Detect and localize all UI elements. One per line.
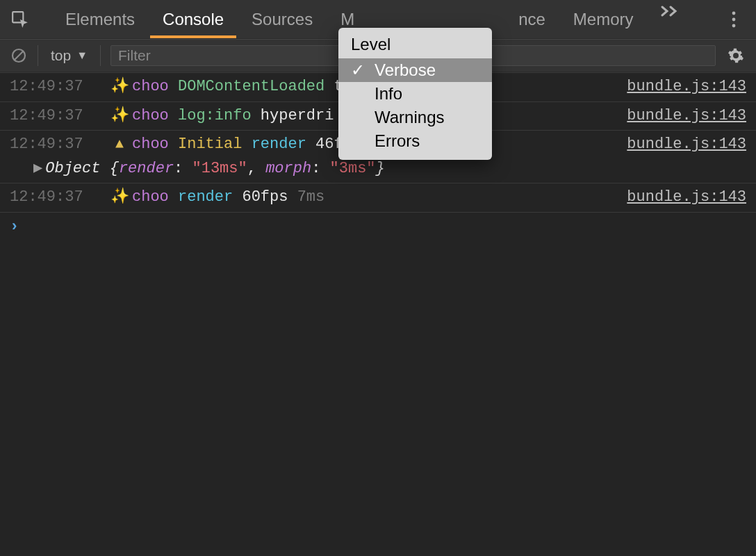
svg-point-1 [732,11,736,15]
sparkles-icon: ✨ [107,188,132,208]
menu-item-label: Errors [375,131,420,151]
tab-obscured-right[interactable]: nce [518,0,559,38]
check-icon: ✓ [351,60,365,80]
menu-item-verbose[interactable]: ✓ Verbose [338,58,492,82]
svg-point-2 [732,17,736,21]
source-link[interactable]: bundle.js:143 [613,135,746,155]
console-prompt[interactable]: › [0,212,756,241]
tab-sources[interactable]: Sources [238,0,327,38]
log-timestamp: 12:49:37 [10,77,107,97]
log-message: choo render 60fps 7ms [132,188,324,208]
menu-item-label: Info [375,84,402,104]
warning-icon: ▲ [107,135,132,155]
disclosure-triangle-icon[interactable]: ▶ [33,160,42,177]
log-timestamp: 12:49:37 [10,135,107,155]
menu-title: Level [338,32,492,58]
log-timestamp: 12:49:37 [10,188,107,208]
menu-item-info[interactable]: Info [338,82,492,106]
menu-item-warnings[interactable]: Warnings [338,106,492,129]
object-preview[interactable]: ▶Object {render: "13ms", morph: "3ms"} [0,159,756,183]
source-link[interactable]: bundle.js:143 [613,106,746,126]
chevron-down-icon: ▼ [76,49,88,62]
toolbar-separator [38,45,38,66]
menu-item-label: Warnings [375,108,444,127]
sparkles-icon: ✨ [107,77,132,97]
clear-console-icon[interactable] [10,47,28,65]
tab-memory[interactable]: Memory [559,0,648,38]
select-element-icon[interactable] [8,8,32,31]
log-message: choo DOMContentLoaded tive [132,77,370,97]
sparkles-icon: ✨ [107,106,132,126]
source-link[interactable]: bundle.js:143 [613,188,746,208]
log-timestamp: 12:49:37 [10,106,107,126]
source-link[interactable]: bundle.js:143 [613,77,746,97]
console-settings-icon[interactable] [725,45,746,66]
prompt-caret-icon: › [10,218,19,236]
tab-elements[interactable]: Elements [51,0,149,38]
execution-context-select[interactable]: top ▼ [48,46,90,65]
log-message: choo log:info hyperdri [132,106,334,126]
tabs-overflow-button[interactable] [655,0,685,38]
toolbar-separator [100,45,101,66]
log-level-menu: Level ✓ Verbose Info Warnings Errors [338,28,492,160]
tab-console[interactable]: Console [149,0,238,38]
menu-item-label: Verbose [375,60,436,80]
svg-point-3 [732,24,736,27]
log-row: 12:49:37✨choo render 60fps 7msbundle.js:… [0,183,756,212]
context-label: top [51,47,71,64]
menu-item-errors[interactable]: Errors [338,129,492,153]
more-options-icon[interactable] [720,6,748,33]
